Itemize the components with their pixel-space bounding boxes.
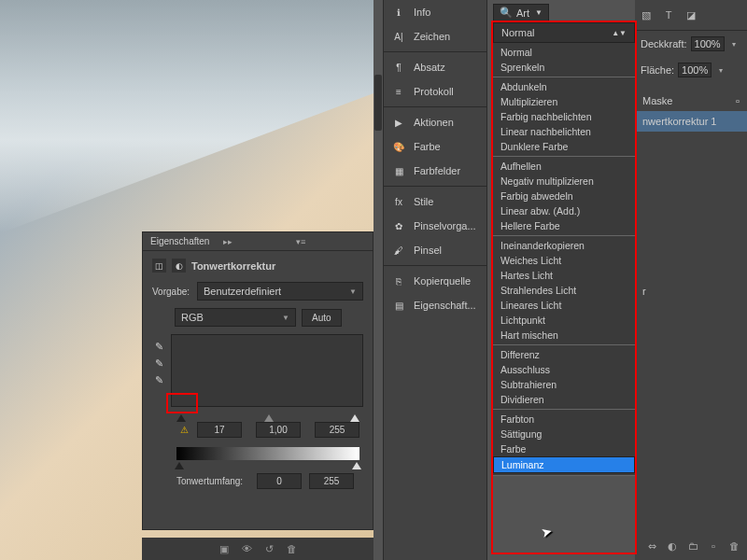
layer-row[interactable]: nwertkorrektur 1 bbox=[635, 111, 747, 132]
opacity-field[interactable]: 100% bbox=[691, 36, 725, 51]
panel-tab[interactable]: 🖌Pinsel bbox=[384, 238, 486, 262]
blend-mode-option[interactable]: Farbton bbox=[493, 412, 635, 427]
blend-mode-option[interactable]: Linear abw. (Add.) bbox=[493, 203, 635, 218]
panel-icon: ≡ bbox=[391, 85, 406, 98]
blend-mode-option[interactable]: Normal bbox=[493, 45, 635, 60]
input-sliders[interactable] bbox=[176, 407, 359, 422]
input-white-field[interactable]: 255 bbox=[315, 422, 359, 438]
blend-mode-option[interactable]: Sättigung bbox=[493, 427, 635, 441]
eye-icon[interactable]: 👁 bbox=[242, 543, 252, 554]
blend-mode-option[interactable]: Multiplizieren bbox=[493, 94, 635, 109]
panel-tab[interactable]: ▤Eigenschaft... bbox=[384, 293, 486, 317]
panel-tab[interactable]: 🎨Farbe bbox=[384, 134, 486, 159]
white-slider[interactable] bbox=[350, 414, 359, 422]
auto-button[interactable]: Auto bbox=[302, 309, 342, 327]
channel-select[interactable]: RGB▼ bbox=[175, 308, 296, 327]
blend-mode-option[interactable]: Dunklere Farbe bbox=[493, 139, 635, 154]
output-white-field[interactable]: 255 bbox=[309, 473, 354, 489]
blend-mode-option[interactable]: Dividieren bbox=[493, 392, 635, 407]
blend-mode-option[interactable]: Negativ multiplizieren bbox=[493, 174, 635, 189]
blend-mode-option[interactable]: Lineares Licht bbox=[493, 298, 635, 313]
fill-field[interactable]: 100% bbox=[678, 63, 712, 77]
panel-tab[interactable]: ≡Protokoll bbox=[384, 79, 486, 104]
blend-mode-option[interactable]: Hellere Farbe bbox=[493, 218, 635, 233]
panel-icon: ⎘ bbox=[391, 274, 406, 287]
layer-filter[interactable]: 🔍 Art ▼ bbox=[493, 4, 549, 21]
blend-mode-option[interactable]: Sprenkeln bbox=[493, 60, 635, 75]
blend-mode-option[interactable]: Strahlendes Licht bbox=[493, 283, 635, 298]
gray-point-eyedropper-icon[interactable]: ✎ bbox=[152, 357, 165, 370]
preset-select[interactable]: Benutzerdefiniert▼ bbox=[197, 282, 363, 301]
output-black-field[interactable]: 0 bbox=[257, 473, 302, 489]
blend-mode-option[interactable]: Hartes Licht bbox=[493, 268, 635, 283]
out-black-slider[interactable] bbox=[175, 462, 184, 469]
input-gamma-field[interactable]: 1,00 bbox=[256, 422, 301, 438]
blend-mode-option[interactable]: Farbig nachbelichten bbox=[493, 109, 635, 124]
white-point-eyedropper-icon[interactable]: ✎ bbox=[152, 373, 165, 386]
warning-icon[interactable]: ⚠ bbox=[176, 424, 191, 437]
panel-tab[interactable]: ▦Farbfelder bbox=[384, 159, 486, 183]
image-icon[interactable]: ▧ bbox=[639, 7, 654, 22]
folder-icon[interactable]: 🗀 bbox=[685, 539, 700, 553]
blend-mode-option[interactable]: Ausschluss bbox=[493, 362, 635, 377]
panel-label: Aktionen bbox=[414, 117, 454, 128]
blend-mode-select[interactable]: Normal ▲▼ bbox=[493, 22, 635, 43]
mask-link-icon[interactable]: ▫ bbox=[736, 95, 740, 106]
blend-mode-option[interactable]: Aufhellen bbox=[493, 159, 635, 174]
output-gradient[interactable] bbox=[176, 447, 359, 460]
new-icon[interactable]: ▫ bbox=[706, 539, 721, 553]
updown-icon: ▲▼ bbox=[612, 29, 627, 37]
panel-tab[interactable]: fxStile bbox=[384, 189, 486, 214]
properties-header[interactable]: Eigenschaften ▸▸ ▾≡ bbox=[143, 232, 373, 251]
panel-tab[interactable]: ✿Pinselvorga... bbox=[384, 214, 486, 238]
blend-mode-option[interactable]: Linear nachbelichten bbox=[493, 124, 635, 139]
output-label: Tonwertumfang: bbox=[176, 476, 249, 486]
fx-icon[interactable]: ◐ bbox=[665, 539, 680, 553]
shape-icon[interactable]: ◪ bbox=[684, 7, 698, 22]
histogram[interactable] bbox=[171, 334, 363, 407]
blend-mode-option[interactable]: Abdunkeln bbox=[493, 79, 635, 94]
chevron-down-icon[interactable]: ▾ bbox=[728, 40, 740, 49]
blend-mode-option[interactable]: Weiches Licht bbox=[493, 253, 635, 268]
black-point-eyedropper-icon[interactable]: ✎ bbox=[152, 340, 165, 353]
black-slider[interactable] bbox=[176, 414, 186, 422]
panel-label: Pinselvorga... bbox=[414, 220, 476, 231]
panel-icon: ✿ bbox=[391, 219, 406, 232]
panel-tab[interactable]: ⎘Kopierquelle bbox=[384, 269, 486, 293]
chevron-down-icon: ▼ bbox=[349, 287, 357, 296]
clip-icon[interactable]: ▣ bbox=[219, 543, 229, 555]
layer-row[interactable]: r bbox=[635, 281, 747, 301]
panel-label: Protokoll bbox=[414, 86, 454, 97]
panel-tab[interactable]: A|Zeichen bbox=[384, 24, 486, 49]
panel-tab[interactable]: ℹInfo bbox=[384, 0, 486, 24]
properties-title: Eigenschaften bbox=[150, 236, 219, 246]
blend-mode-option[interactable]: Ineinanderkopieren bbox=[493, 238, 635, 253]
chevron-down-icon[interactable]: ▾ bbox=[715, 66, 726, 75]
properties-panel: Eigenschaften ▸▸ ▾≡ ◫ ◐ Tonwertkorrektur… bbox=[142, 231, 374, 530]
mask-row[interactable]: Maske ▫ bbox=[635, 91, 747, 111]
blend-mode-option[interactable]: Subtrahieren bbox=[493, 377, 635, 392]
menu-icon[interactable]: ▾≡ bbox=[296, 237, 365, 246]
text-icon[interactable]: T bbox=[661, 7, 676, 22]
trash-icon[interactable]: 🗑 bbox=[726, 539, 741, 553]
out-white-slider[interactable] bbox=[352, 462, 361, 469]
blend-mode-dropdown: Normal ▲▼ NormalSprenkelnAbdunkelnMultip… bbox=[493, 22, 635, 476]
blend-mode-option[interactable]: Hart mischen bbox=[493, 328, 635, 343]
blend-mode-option[interactable]: Differenz bbox=[493, 347, 635, 362]
blend-mode-option[interactable]: Farbe bbox=[493, 441, 635, 456]
panel-tab[interactable]: ▶Aktionen bbox=[384, 110, 486, 134]
adjustment-name: Tonwertkorrektur bbox=[191, 260, 275, 272]
opacity-label: Deckkraft: bbox=[641, 38, 687, 49]
gray-slider[interactable] bbox=[264, 414, 274, 422]
panel-icon: 🖌 bbox=[391, 244, 406, 257]
blend-mode-option[interactable]: Luminanz bbox=[493, 456, 635, 473]
reset-icon[interactable]: ↺ bbox=[265, 543, 274, 555]
blend-mode-option[interactable]: Lichtpunkt bbox=[493, 313, 635, 328]
blend-mode-option[interactable]: Farbig abwedeln bbox=[493, 189, 635, 203]
collapse-icon[interactable]: ▸▸ bbox=[223, 237, 292, 246]
input-black-field[interactable]: 17 bbox=[197, 422, 242, 438]
trash-icon[interactable]: 🗑 bbox=[287, 543, 297, 554]
link-icon[interactable]: ⇔ bbox=[644, 539, 659, 553]
panel-tab[interactable]: ¶Absatz bbox=[384, 55, 486, 79]
panel-icon: ¶ bbox=[391, 61, 406, 74]
